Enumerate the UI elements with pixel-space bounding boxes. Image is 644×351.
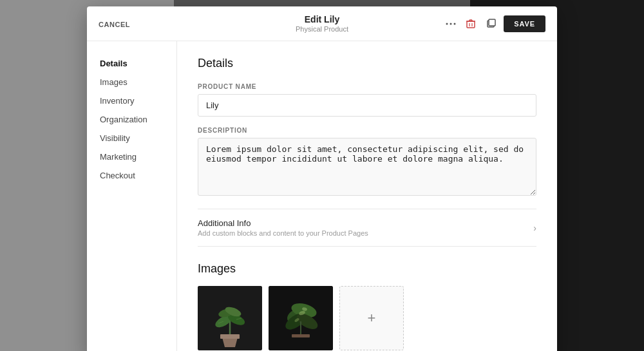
additional-info-row[interactable]: Additional Info Add custom blocks and co… (198, 209, 536, 247)
svg-point-2 (454, 23, 456, 24)
duplicate-button[interactable] (483, 16, 498, 32)
product-image-1[interactable] (198, 286, 262, 350)
product-name-input[interactable] (198, 94, 536, 117)
more-options-button[interactable] (443, 20, 459, 28)
cancel-button[interactable]: CANCEL (99, 21, 130, 28)
nav-item-images[interactable]: Images (87, 73, 176, 91)
nav-item-organization[interactable]: Organization (87, 110, 176, 129)
nav-item-visibility[interactable]: Visibility (87, 129, 176, 147)
save-button[interactable]: SAVE (504, 15, 545, 32)
svg-point-1 (450, 23, 452, 24)
svg-rect-3 (467, 21, 475, 28)
svg-rect-31 (292, 334, 310, 337)
trash-icon (466, 19, 475, 29)
modal-subtitle: Physical Product (211, 25, 434, 33)
svg-rect-14 (220, 334, 240, 339)
product-name-label: PRODUCT NAME (198, 83, 536, 90)
description-textarea[interactable]: Lorem ipsum dolor sit amet, consectetur … (198, 138, 536, 196)
additional-info-title: Additional Info (198, 218, 368, 228)
additional-info-text: Additional Info Add custom blocks and co… (198, 218, 368, 237)
duplicate-icon (486, 19, 496, 29)
additional-info-subtitle: Add custom blocks and content to your Pr… (198, 229, 368, 237)
modal-header: CANCEL Edit Lily Physical Product (87, 6, 557, 41)
product-image-2[interactable] (269, 286, 333, 350)
svg-rect-11 (489, 19, 495, 26)
modal-header-right: SAVE (434, 15, 546, 32)
description-label: DESCRIPTION (198, 127, 536, 134)
nav-item-inventory[interactable]: Inventory (87, 91, 176, 110)
images-section-title: Images (198, 262, 536, 276)
modal-header-left: CANCEL (99, 18, 211, 30)
product-name-field: PRODUCT NAME (198, 83, 536, 127)
svg-point-0 (446, 23, 448, 24)
delete-button[interactable] (464, 16, 478, 32)
images-row: + (198, 286, 536, 350)
modal-content: Details PRODUCT NAME DESCRIPTION Lorem i… (177, 41, 557, 351)
add-image-button[interactable]: + (339, 286, 404, 350)
svg-marker-13 (222, 337, 238, 347)
details-section-title: Details (198, 57, 536, 70)
modal-header-center: Edit Lily Physical Product (211, 14, 434, 33)
nav-item-checkout[interactable]: Checkout (87, 166, 176, 185)
plus-icon: + (368, 310, 376, 327)
edit-product-modal: CANCEL Edit Lily Physical Product (87, 6, 557, 351)
description-field: DESCRIPTION Lorem ipsum dolor sit amet, … (198, 127, 536, 209)
chevron-right-icon: › (533, 223, 536, 233)
modal-body: Details Images Inventory Organization Vi… (87, 41, 557, 351)
nav-item-details[interactable]: Details (87, 54, 176, 73)
ellipsis-icon (446, 23, 456, 25)
modal-title: Edit Lily (211, 14, 434, 24)
nav-item-marketing[interactable]: Marketing (87, 147, 176, 166)
modal-overlay: CANCEL Edit Lily Physical Product (0, 0, 644, 351)
modal-sidebar: Details Images Inventory Organization Vi… (87, 41, 177, 351)
